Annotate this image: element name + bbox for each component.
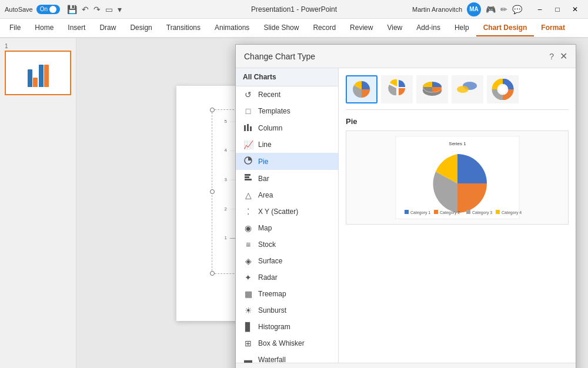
3d-exploded-icon [456, 79, 479, 100]
chart-options-panel: Pie Series 1 [339, 68, 576, 363]
category-pie[interactable]: Pie [236, 153, 338, 170]
tab-format[interactable]: Format [534, 20, 572, 36]
dialog-title: Change Chart Type [244, 52, 315, 61]
category-radar-label: Radar [258, 273, 278, 282]
dialog-help-button[interactable]: ? [549, 52, 554, 61]
tab-help[interactable]: Help [447, 20, 476, 36]
svg-rect-23 [244, 125, 246, 131]
dialog-overlay: Change Chart Type ? ✕ All Charts ↺ Recen… [0, 38, 588, 368]
minimize-button[interactable]: – [532, 4, 548, 15]
tab-design[interactable]: Design [123, 20, 159, 36]
window-controls: – □ ✕ [532, 4, 583, 15]
pie-icon [243, 156, 253, 166]
tab-insert[interactable]: Insert [61, 20, 92, 36]
category-map[interactable]: ◉ Map [236, 220, 338, 236]
stock-icon: ≡ [243, 240, 253, 249]
category-sunburst[interactable]: ☀ Sunburst [236, 302, 338, 319]
category-stock[interactable]: ≡ Stock [236, 236, 338, 253]
category-recent-label: Recent [258, 91, 280, 99]
autosave-label: AutoSave [5, 6, 33, 13]
subtype-3d-pie-button[interactable] [416, 75, 448, 103]
tab-transitions[interactable]: Transitions [159, 20, 208, 36]
category-recent[interactable]: ↺ Recent [236, 86, 338, 103]
subtype-exploded-pie-button[interactable] [381, 75, 413, 103]
user-name: Martin Aranovitch [412, 6, 462, 13]
ribbon: File Home Insert Draw Design Transitions… [0, 19, 588, 38]
category-waterfall[interactable]: ▬ Waterfall [236, 352, 338, 363]
subtype-3d-exploded-button[interactable] [452, 75, 483, 103]
svg-point-36 [499, 86, 506, 93]
category-treemap[interactable]: ▦ Treemap [236, 286, 338, 302]
histogram-icon: ▊ [243, 322, 253, 332]
subtype-pie-button[interactable] [346, 75, 377, 103]
bar-icon [243, 173, 253, 183]
subtype-doughnut-button[interactable] [487, 75, 519, 103]
toolbar-icons: 💾 ↶ ↷ ▭ ▾ [67, 5, 122, 14]
toggle-knob [49, 6, 56, 13]
tab-draw[interactable]: Draw [92, 20, 123, 36]
main-area: 1 [0, 38, 588, 368]
category-treemap-label: Treemap [258, 290, 286, 298]
3d-pie-icon [420, 79, 444, 100]
svg-rect-45 [496, 210, 500, 214]
category-radar[interactable]: ✦ Radar [236, 269, 338, 286]
svg-text:Category 3: Category 3 [472, 210, 492, 215]
category-xy[interactable]: ⁚ X Y (Scatter) [236, 203, 338, 220]
tab-file[interactable]: File [2, 20, 28, 36]
surface-icon: ◈ [243, 256, 253, 266]
category-templates[interactable]: □ Templates [236, 103, 338, 119]
svg-rect-25 [250, 126, 252, 131]
category-column[interactable]: Column [236, 119, 338, 136]
ribbon-tabs: File Home Insert Draw Design Transitions… [0, 19, 588, 38]
present-icon[interactable]: ▭ [105, 5, 113, 14]
tab-slideshow[interactable]: Slide Show [256, 20, 306, 36]
category-histogram[interactable]: ▊ Histogram [236, 319, 338, 335]
doughnut-icon [491, 79, 514, 100]
recent-icon: ↺ [243, 90, 253, 99]
category-box[interactable]: ⊞ Box & Whisker [236, 335, 338, 352]
close-button[interactable]: ✕ [567, 4, 583, 15]
category-bar-label: Bar [258, 175, 269, 183]
category-bar[interactable]: Bar [236, 170, 338, 187]
tab-home[interactable]: Home [28, 20, 61, 36]
category-sunburst-label: Sunburst [258, 306, 286, 315]
category-area[interactable]: △ Area [236, 187, 338, 203]
window-title: Presentation1 - PowerPoint [251, 5, 337, 14]
dialog-body: All Charts ↺ Recent □ Templates Column [236, 68, 576, 363]
undo-icon[interactable]: ↶ [82, 5, 89, 14]
tab-addins[interactable]: Add-ins [409, 20, 447, 36]
user-avatar[interactable]: MA [467, 2, 481, 16]
svg-rect-41 [434, 210, 438, 214]
tab-record[interactable]: Record [306, 20, 343, 36]
autosave-toggle[interactable]: On [36, 5, 60, 14]
svg-text:Series 1: Series 1 [449, 141, 466, 146]
tab-animations[interactable]: Animations [208, 20, 256, 36]
save-icon[interactable]: 💾 [67, 5, 77, 14]
share-icon[interactable]: ✏ [500, 5, 507, 14]
ribbon-icon[interactable]: 🎮 [486, 5, 496, 14]
category-stock-label: Stock [258, 240, 276, 249]
xy-icon: ⁚ [243, 207, 253, 216]
tab-chart-design[interactable]: Chart Design [476, 20, 534, 36]
dialog-header: Change Chart Type ? ✕ [236, 45, 576, 68]
category-surface[interactable]: ◈ Surface [236, 253, 338, 269]
tab-review[interactable]: Review [343, 20, 380, 36]
svg-text:Category 2: Category 2 [440, 210, 460, 215]
svg-rect-24 [247, 124, 249, 131]
category-line-label: Line [258, 140, 272, 149]
svg-rect-39 [405, 210, 409, 214]
exploded-pie-icon [385, 79, 409, 100]
tab-view[interactable]: View [380, 20, 409, 36]
category-line[interactable]: 📈 Line [236, 136, 338, 153]
dropdown-icon[interactable]: ▾ [118, 5, 122, 14]
dialog-close-button[interactable]: ✕ [560, 51, 567, 62]
waterfall-icon: ▬ [243, 355, 253, 363]
chart-preview-title: Pie [346, 117, 569, 126]
chart-categories-panel: All Charts ↺ Recent □ Templates Column [236, 68, 339, 363]
svg-text:Category 4: Category 4 [502, 210, 522, 215]
svg-rect-43 [466, 210, 470, 214]
redo-icon[interactable]: ↷ [93, 5, 101, 14]
svg-text:Category 1: Category 1 [410, 210, 430, 215]
maximize-button[interactable]: □ [549, 4, 566, 15]
comment-icon[interactable]: 💬 [512, 5, 522, 14]
